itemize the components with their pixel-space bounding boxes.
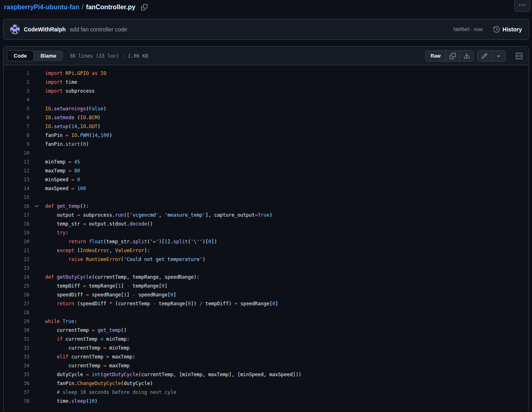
- code-line: 27 return (speedDiff * (currentTemp - te…: [4, 299, 528, 308]
- line-number[interactable]: 5: [4, 104, 29, 113]
- gutter-spacer: [29, 122, 45, 131]
- line-number[interactable]: 4: [4, 95, 29, 104]
- line-number[interactable]: 13: [4, 175, 29, 184]
- line-number[interactable]: 19: [4, 228, 29, 237]
- edit-dropdown-button[interactable]: [491, 51, 505, 61]
- history-button[interactable]: History: [493, 26, 522, 33]
- line-number[interactable]: 34: [4, 361, 29, 370]
- line-number[interactable]: 28: [4, 308, 29, 317]
- code-text: def getDutyCycle(currentTemp, tempRange,…: [45, 273, 200, 282]
- copy-file-button[interactable]: [445, 51, 459, 61]
- commit-author[interactable]: CodeWithRalph: [24, 26, 66, 33]
- gutter-spacer: [29, 237, 45, 246]
- gutter-spacer: [29, 326, 45, 335]
- line-number[interactable]: 30: [4, 326, 29, 335]
- code-line: 24def getDutyCycle(currentTemp, tempRang…: [4, 273, 528, 282]
- line-number[interactable]: 15: [4, 193, 29, 202]
- line-number[interactable]: 2: [4, 78, 29, 87]
- line-number[interactable]: 23: [4, 264, 29, 273]
- gutter-spacer: [29, 131, 45, 140]
- chevron-down-icon[interactable]: [29, 202, 45, 211]
- line-number[interactable]: 21: [4, 246, 29, 255]
- gutter-spacer: [29, 317, 45, 326]
- code-line: 26 speedDiff = speedRange[1] - speedRang…: [4, 290, 528, 299]
- line-number[interactable]: 12: [4, 166, 29, 175]
- file-toolbar: Code Blame 38 lines (33 loc) · 1.06 KB R…: [4, 47, 528, 65]
- line-number[interactable]: 14: [4, 184, 29, 193]
- gutter-spacer: [29, 140, 45, 149]
- edit-button-group: [477, 50, 506, 62]
- gutter-spacer: [29, 193, 45, 202]
- code-line: 36 fanPin.ChangeDutyCycle(dutyCycle): [4, 379, 528, 388]
- line-number[interactable]: 37: [4, 388, 29, 397]
- history-icon: [493, 26, 500, 33]
- line-number[interactable]: 17: [4, 211, 29, 219]
- code-line: 18 temp_str = output.stdout.decode(): [4, 219, 528, 228]
- line-number[interactable]: 3: [4, 87, 29, 95]
- code-line: 22 raise RuntimeError('Could not get tem…: [4, 255, 528, 264]
- line-number[interactable]: 10: [4, 149, 29, 157]
- code-blame-switch: Code Blame: [7, 50, 63, 61]
- line-number[interactable]: 20: [4, 237, 29, 246]
- raw-button[interactable]: Raw: [426, 51, 445, 61]
- code-line: 16def get_temp():: [4, 202, 528, 211]
- line-number[interactable]: 11: [4, 157, 29, 166]
- copy-path-button[interactable]: [140, 3, 148, 11]
- download-button[interactable]: [459, 51, 474, 61]
- line-number[interactable]: 9: [4, 140, 29, 149]
- copy-icon: [141, 4, 148, 10]
- line-number[interactable]: 38: [4, 397, 29, 406]
- kebab-icon: [519, 2, 526, 8]
- more-options-button[interactable]: [514, 0, 530, 12]
- code-line: 38 time.sleep(10): [4, 397, 528, 406]
- gutter-spacer: [29, 370, 45, 379]
- line-number[interactable]: 27: [4, 299, 29, 308]
- line-number[interactable]: 31: [4, 335, 29, 344]
- line-number[interactable]: 35: [4, 370, 29, 379]
- code-line: 30 currentTemp = get_temp(): [4, 326, 528, 335]
- code-text: currentTemp = minTemp: [45, 344, 130, 352]
- line-number[interactable]: 36: [4, 379, 29, 388]
- code-text: minSpeed = 0: [45, 175, 80, 184]
- line-number[interactable]: 22: [4, 255, 29, 264]
- gutter-spacer: [29, 308, 45, 317]
- edit-button[interactable]: [478, 51, 491, 61]
- commit-message[interactable]: add fan controller code: [70, 26, 127, 33]
- tab-blame[interactable]: Blame: [34, 50, 63, 61]
- line-number[interactable]: 32: [4, 344, 29, 352]
- avatar[interactable]: [10, 25, 20, 34]
- code-line: 32 currentTemp = minTemp: [4, 344, 528, 352]
- tab-code[interactable]: Code: [7, 50, 34, 61]
- code-text: IO.setwarnings(False): [45, 104, 106, 113]
- code-line: 14maxSpeed = 100: [4, 184, 528, 193]
- gutter-spacer: [29, 379, 45, 388]
- gutter-spacer: [29, 95, 45, 104]
- line-number[interactable]: 6: [4, 113, 29, 122]
- line-number[interactable]: 26: [4, 290, 29, 299]
- line-number[interactable]: 8: [4, 131, 29, 140]
- line-number[interactable]: 18: [4, 219, 29, 228]
- symbols-panel-button[interactable]: [513, 50, 525, 62]
- gutter-spacer: [29, 184, 45, 193]
- code-text: fanPin.ChangeDutyCycle(dutyCycle): [45, 379, 153, 388]
- history-label: History: [503, 26, 522, 33]
- line-number[interactable]: 16: [4, 202, 29, 211]
- code-text: maxSpeed = 100: [45, 184, 86, 193]
- line-number[interactable]: 7: [4, 122, 29, 131]
- line-number[interactable]: 25: [4, 282, 29, 290]
- code-line: 31 if currentTemp < minTemp:: [4, 335, 528, 344]
- line-number[interactable]: 1: [4, 69, 29, 78]
- code-text: raise RuntimeError('Could not get temper…: [45, 255, 205, 264]
- code-text: fanPin = IO.PWM(14,100): [45, 131, 112, 140]
- code-line: 20 return float(temp_str.split('=')[1].s…: [4, 237, 528, 246]
- breadcrumb-repo-link[interactable]: raspberryPi4-ubuntu-fan: [4, 4, 79, 11]
- line-number[interactable]: 24: [4, 273, 29, 282]
- code-line: 13minSpeed = 0: [4, 175, 528, 184]
- code-text: minTemp = 45: [45, 157, 80, 166]
- code-line: 28: [4, 308, 528, 317]
- gutter-spacer: [29, 246, 45, 255]
- gutter-spacer: [29, 228, 45, 237]
- breadcrumb-separator: /: [82, 4, 83, 11]
- line-number[interactable]: 33: [4, 352, 29, 361]
- line-number[interactable]: 29: [4, 317, 29, 326]
